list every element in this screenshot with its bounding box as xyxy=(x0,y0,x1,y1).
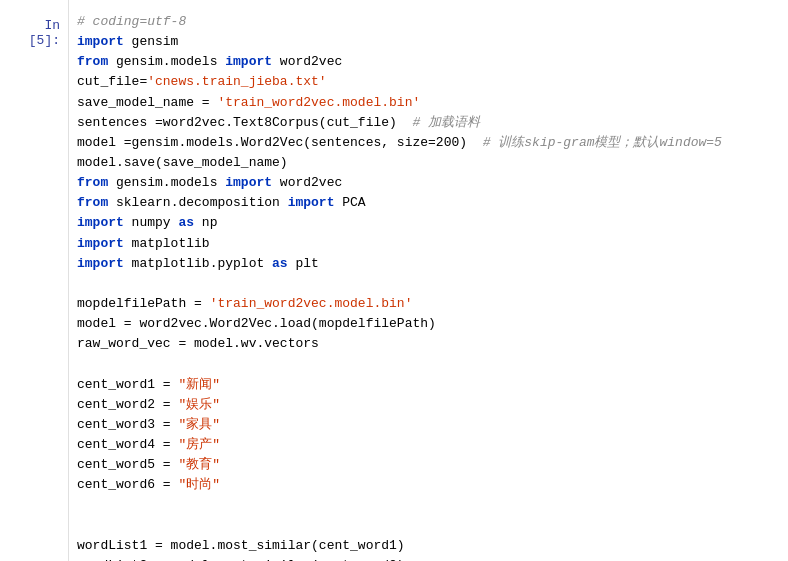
code-line: # coding=utf-8 xyxy=(77,12,776,32)
cell-in-label: In [5]: xyxy=(29,18,60,48)
code-line: wordList1 = model.most_similar(cent_word… xyxy=(77,536,776,556)
code-line: cent_word3 = "家具" xyxy=(77,415,776,435)
code-line: cent_word2 = "娱乐" xyxy=(77,395,776,415)
code-line: from gensim.models import word2vec xyxy=(77,173,776,193)
code-line: sentences =word2vec.Text8Corpus(cut_file… xyxy=(77,113,776,133)
code-line xyxy=(77,516,776,536)
code-line xyxy=(77,495,776,515)
code-line: wordList2 = model.most_similar(cent_word… xyxy=(77,556,776,561)
code-line: save_model_name = 'train_word2vec.model.… xyxy=(77,93,776,113)
code-line: import gensim xyxy=(77,32,776,52)
code-line: model = word2vec.Word2Vec.load(mopdelfil… xyxy=(77,314,776,334)
code-line: cent_word1 = "新闻" xyxy=(77,375,776,395)
code-line: cent_word6 = "时尚" xyxy=(77,475,776,495)
code-line: from gensim.models import word2vec xyxy=(77,52,776,72)
cell-label: In [5]: xyxy=(0,0,68,561)
code-line: raw_word_vec = model.wv.vectors xyxy=(77,334,776,354)
code-line: import matplotlib xyxy=(77,234,776,254)
code-line xyxy=(77,354,776,374)
code-line: model =gensim.models.Word2Vec(sentences,… xyxy=(77,133,776,153)
code-line xyxy=(77,274,776,294)
notebook-cell: In [5]: # coding=utf-8 import gensim fro… xyxy=(0,0,788,561)
cell-content[interactable]: # coding=utf-8 import gensim from gensim… xyxy=(68,0,788,561)
code-line: import matplotlib.pyplot as plt xyxy=(77,254,776,274)
code-line: mopdelfilePath = 'train_word2vec.model.b… xyxy=(77,294,776,314)
code-line: cut_file='cnews.train_jieba.txt' xyxy=(77,72,776,92)
code-line: import numpy as np xyxy=(77,213,776,233)
code-line: cent_word5 = "教育" xyxy=(77,455,776,475)
code-line: model.save(save_model_name) xyxy=(77,153,776,173)
code-line: from sklearn.decomposition import PCA xyxy=(77,193,776,213)
code-line: cent_word4 = "房产" xyxy=(77,435,776,455)
